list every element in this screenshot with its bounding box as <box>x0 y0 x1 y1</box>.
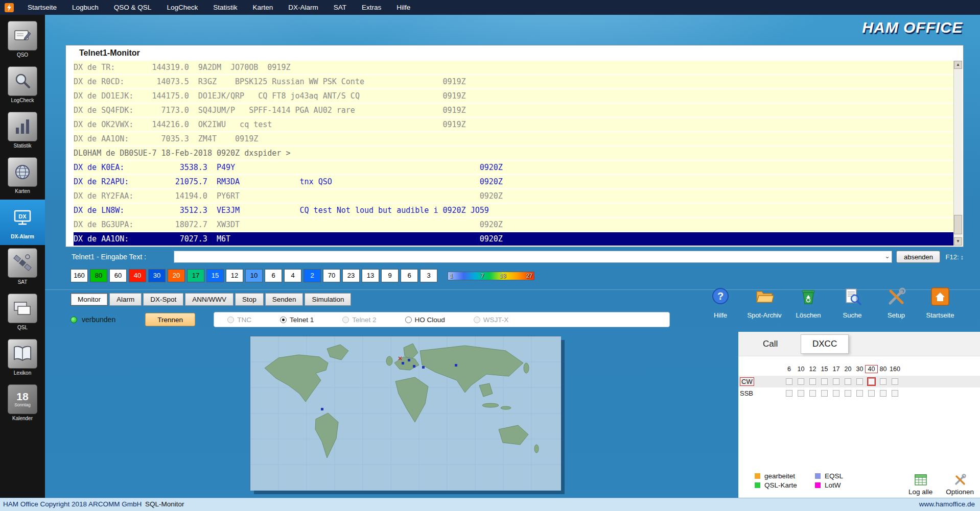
dxcc-checkbox-cw-10[interactable] <box>798 378 804 385</box>
setup-button[interactable]: Setup <box>878 286 915 319</box>
cluster-message-row[interactable]: DL0HAM de DB0SUE-7 18-Feb-2018 0920Z dxs… <box>74 147 953 160</box>
sidebar-item-sat[interactable]: SAT <box>0 245 45 290</box>
band-button-2m[interactable]: 2 <box>304 269 321 282</box>
tab-ann-wwv[interactable]: ANN/WWV <box>185 293 234 306</box>
telnet-input[interactable] <box>175 252 880 262</box>
menu-qso-qsl[interactable]: QSO & QSL <box>106 0 159 15</box>
tab-senden[interactable]: Senden <box>265 293 304 306</box>
radio-telnet1[interactable]: Telnet 1 <box>280 316 314 324</box>
band-button-13cm[interactable]: 13 <box>362 269 379 282</box>
menu-extras[interactable]: Extras <box>354 0 389 15</box>
band-button-40[interactable]: 40 <box>129 269 146 282</box>
send-button[interactable]: absenden <box>896 251 940 263</box>
dxcc-checkbox-ssb-10[interactable] <box>798 390 804 397</box>
band-button-80[interactable]: 80 <box>90 269 107 282</box>
menu-statistik[interactable]: Statistik <box>205 0 245 15</box>
menu-karten[interactable]: Karten <box>245 0 281 15</box>
scrollbar-thumb[interactable] <box>954 215 962 234</box>
dxcc-checkbox-ssb-6[interactable] <box>786 390 792 397</box>
dx-spot-row[interactable]: DX de K0EA: 3538.3 P49Y 0920Z <box>74 161 953 174</box>
dx-spot-row[interactable]: DX de LN8W: 3512.3 VE3JM CQ test Not lou… <box>74 204 953 217</box>
band-button-60[interactable]: 60 <box>109 269 127 282</box>
menu-startseite[interactable]: Startseite <box>20 0 64 15</box>
tab-alarm[interactable]: Alarm <box>109 293 142 306</box>
dxcc-checkbox-cw-160[interactable] <box>892 378 898 385</box>
dxcc-checkbox-cw-6[interactable] <box>786 378 792 385</box>
dx-spot-row[interactable]: DX de TR: 144319.0 9A2DM JO70OB 0919Z <box>74 61 953 74</box>
tab-dx-spot[interactable]: DX-Spot <box>143 293 183 306</box>
scroll-up-icon[interactable]: ▲ <box>954 61 962 69</box>
optionen-button[interactable]: Optionen <box>946 473 974 496</box>
website-link[interactable]: www.hamoffice.de <box>919 500 975 508</box>
dx-spot-row[interactable]: DX de R0CD: 14073.5 R3GZ BPSK125 Russian… <box>74 75 953 88</box>
dx-spot-row-selected[interactable]: DX de AA1ON: 7027.3 M6T 0920Z <box>74 232 953 246</box>
tab-monitor[interactable]: Monitor <box>71 293 108 306</box>
sidebar-item-kalender[interactable]: 18 Sonntag Kalender <box>0 381 45 427</box>
dxcc-checkbox-cw-15[interactable] <box>821 378 828 385</box>
band-button-9cm[interactable]: 9 <box>381 269 399 282</box>
dx-spot-row[interactable]: DX de OK2VWX: 144216.0 OK2IWU cq test 09… <box>74 118 953 131</box>
scroll-down-icon[interactable]: ▼ <box>954 237 962 246</box>
tab-stop[interactable]: Stop <box>235 293 264 306</box>
band-button-12[interactable]: 12 <box>226 269 243 282</box>
dxcc-checkbox-ssb-160[interactable] <box>892 390 898 397</box>
loeschen-button[interactable]: Löschen <box>790 286 827 319</box>
dxcc-checkbox-cw-80[interactable] <box>880 378 886 385</box>
tab-simulation[interactable]: Simulation <box>305 293 351 306</box>
sidebar-item-dx-alarm[interactable]: DX DX-Alarm <box>0 200 45 245</box>
sidebar-item-qso[interactable]: QSO <box>0 18 45 63</box>
dxcc-checkbox-ssb-12[interactable] <box>809 390 816 397</box>
dxcc-checkbox-cw-40[interactable] <box>868 378 875 385</box>
band-button-3cm[interactable]: 3 <box>420 269 437 282</box>
dxcc-checkbox-ssb-30[interactable] <box>856 390 863 397</box>
sidebar-item-lexikon[interactable]: Lexikon <box>0 336 45 381</box>
band-button-70cm[interactable]: 70 <box>323 269 340 282</box>
band-button-15[interactable]: 15 <box>206 269 224 282</box>
startseite-button[interactable]: Startseite <box>922 286 959 319</box>
band-button-23cm[interactable]: 23 <box>342 269 360 282</box>
dx-spot-row[interactable]: DX de SQ4FDK: 7173.0 SQ4JUM/P SPFF-1414 … <box>74 104 953 117</box>
radio-wsjtx[interactable]: WSJT-X <box>474 316 509 324</box>
dxcc-checkbox-ssb-17[interactable] <box>833 390 839 397</box>
log-alle-button[interactable]: Log alle <box>908 473 932 496</box>
chevron-down-icon[interactable]: ⌄ <box>884 253 890 260</box>
disconnect-button[interactable]: Trennen <box>145 313 195 326</box>
band-button-6m[interactable]: 6 <box>265 269 282 282</box>
sidebar-item-logcheck[interactable]: LogCheck <box>0 63 45 109</box>
menu-sat[interactable]: SAT <box>326 0 354 15</box>
dx-spot-row[interactable]: DX de AA1ON: 7035.3 ZM4T 0919Z <box>74 132 953 145</box>
dx-spot-row[interactable]: DX de RY2FAA: 14194.0 PY6RT 0920Z <box>74 189 953 203</box>
radio-telnet2[interactable]: Telnet 2 <box>342 316 376 324</box>
band-button-4m[interactable]: 4 <box>284 269 301 282</box>
dx-spot-row[interactable]: DX de R2APU: 21075.7 RM3DA tnx QSO 0920Z <box>74 175 953 188</box>
radio-tnc[interactable]: TNC <box>227 316 251 324</box>
telnet-input-combo[interactable]: ⌄ <box>174 251 892 263</box>
radio-ho-cloud[interactable]: HO Cloud <box>405 316 445 324</box>
band-button-17[interactable]: 17 <box>187 269 204 282</box>
sidebar-item-karten[interactable]: Karten <box>0 154 45 200</box>
dxcc-checkbox-ssb-15[interactable] <box>821 390 828 397</box>
dxcc-checkbox-ssb-20[interactable] <box>845 390 851 397</box>
dxcc-checkbox-cw-20[interactable] <box>845 378 851 385</box>
dxcc-checkbox-ssb-40[interactable] <box>868 390 875 397</box>
tab-dxcc[interactable]: DXCC <box>801 334 849 354</box>
dxcc-checkbox-ssb-80[interactable] <box>880 390 886 397</box>
menu-logcheck[interactable]: LogCheck <box>159 0 205 15</box>
band-button-20[interactable]: 20 <box>168 269 185 282</box>
menu-hilfe[interactable]: Hilfe <box>389 0 418 15</box>
band-button-30[interactable]: 30 <box>148 269 166 282</box>
monitor-scrollbar[interactable]: ▲ ▼ <box>953 61 962 246</box>
band-button-6cm[interactable]: 6 <box>401 269 418 282</box>
dx-spot-row[interactable]: DX de DO1EJK: 144175.0 DO1EJK/QRP CQ FT8… <box>74 89 953 103</box>
sidebar-item-qsl[interactable]: QSL <box>0 290 45 336</box>
suche-button[interactable]: Suche <box>834 286 871 319</box>
hilfe-button[interactable]: ? Hilfe <box>702 286 739 319</box>
menu-dx-alarm[interactable]: DX-Alarm <box>281 0 326 15</box>
spot-archiv-button[interactable]: Spot-Archiv <box>746 286 783 319</box>
tab-call[interactable]: Call <box>763 339 778 349</box>
band-button-160[interactable]: 160 <box>71 269 88 282</box>
dxcc-checkbox-cw-30[interactable] <box>856 378 863 385</box>
dx-spot-row[interactable]: DX de BG3UPA: 18072.7 XW3DT 0920Z <box>74 218 953 231</box>
menu-logbuch[interactable]: Logbuch <box>64 0 106 15</box>
sidebar-item-statistik[interactable]: Statistik <box>0 109 45 154</box>
